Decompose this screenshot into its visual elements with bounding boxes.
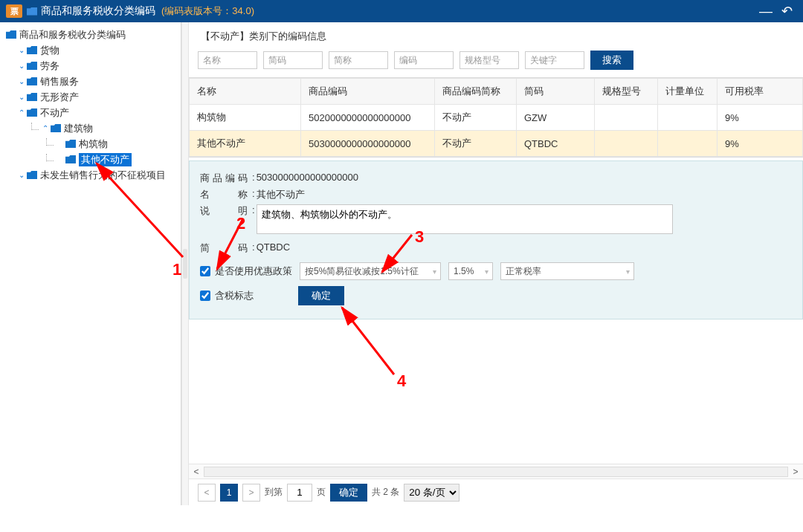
tax-flag-label: 含税标志 [215,289,254,302]
detail-panel: 商品编码: 5030000000000000000 名 称: 其他不动产 说 明… [189,160,803,319]
tree-label-selected: 其他不动产 [79,153,132,166]
rate-note-select[interactable]: 正常税率 [500,262,634,280]
policy-select[interactable]: 按5%简易征收减按1.5%计征 [300,262,441,280]
expand-icon[interactable]: ⌄ [16,62,27,70]
window-title: 商品和服务税收分类编码 [41,4,155,18]
expand-icon[interactable]: ⌄ [16,46,27,54]
expand-icon[interactable]: ⌄ [16,93,27,101]
total-count: 共 2 条 [372,486,399,499]
desc-textarea[interactable]: 建筑物、构筑物以外的不动产。 [257,204,673,234]
scroll-right-icon[interactable]: > [788,467,803,477]
filter-code[interactable] [394,51,454,69]
tree-label: 不动产 [40,106,69,120]
page-prev-button[interactable]: < [198,484,216,502]
goto-page-input[interactable] [287,484,312,502]
filter-name[interactable] [198,51,257,69]
results-table: 名称 商品编码 商品编码简称 简码 规格型号 计量单位 可用税率 构筑物 502… [189,77,803,158]
table-row-selected[interactable]: 其他不动产 5030000000000000000 不动产 QTBDC 9% [190,131,803,157]
tree-label: 销售服务 [40,75,79,88]
checkbox-icon[interactable] [200,266,210,276]
checkbox-icon[interactable] [200,291,210,301]
value-code: 5030000000000000000 [257,172,358,183]
tree-node-structure[interactable]: 构筑物 [3,136,178,152]
goto-label: 到第 [265,486,283,499]
expand-icon[interactable]: ⌄ [16,77,27,85]
back-button[interactable]: ↶ [776,3,797,19]
page-unit: 页 [317,486,326,499]
splitter[interactable] [181,22,189,505]
page-size-select[interactable]: 20 条/页 [404,484,459,502]
tree-label: 无形资产 [40,91,79,104]
tree-label: 未发生销售行为的不征税项目 [40,169,166,182]
expand-icon[interactable]: ⌄ [16,171,27,179]
tree-node-goods[interactable]: ⌄货物 [3,42,178,58]
filter-spec[interactable] [459,51,519,69]
tree-label: 建筑物 [64,122,93,135]
tree-node-realestate[interactable]: ⌃不动产 [3,105,178,120]
version-label: (编码表版本号：34.0) [161,4,254,18]
label-desc: 说 明 [200,204,252,218]
table-header-row: 名称 商品编码 商品编码简称 简码 规格型号 计量单位 可用税率 [190,79,803,105]
filter-bar: 搜索 [189,48,803,77]
category-tree: 商品和服务税收分类编码 ⌄货物 ⌄劳务 ⌄销售服务 ⌄无形资产 ⌃不动产 ⌃建筑… [0,22,181,505]
tree-node-building[interactable]: ⌃建筑物 [3,120,178,136]
col-code[interactable]: 商品编码 [301,79,435,105]
confirm-button[interactable]: 确定 [298,286,344,305]
minimize-button[interactable]: — [755,4,776,19]
col-shortname[interactable]: 商品编码简称 [435,79,517,105]
scroll-left-icon[interactable]: < [189,467,204,477]
page-next-button[interactable]: > [242,484,260,502]
table-row[interactable]: 构筑物 5020000000000000000 不动产 GZW 9% [190,105,803,131]
tree-label: 商品和服务税收分类编码 [19,28,126,42]
col-rate[interactable]: 可用税率 [717,79,803,105]
tree-label: 货物 [40,44,59,57]
goto-confirm-button[interactable]: 确定 [330,484,367,502]
tree-node-sales-service[interactable]: ⌄销售服务 [3,74,178,89]
page-1-button[interactable]: 1 [220,484,238,502]
col-shortcode[interactable]: 简码 [517,79,595,105]
breadcrumb: 【不动产】类别下的编码信息 [189,22,803,48]
pagination-bar: < 1 > 到第 页 确定 共 2 条 20 条/页 [189,479,803,505]
col-unit[interactable]: 计量单位 [658,79,717,105]
tree-root[interactable]: 商品和服务税收分类编码 [3,27,178,42]
folder-icon [27,7,37,16]
collapse-icon[interactable]: ⌃ [16,108,27,117]
use-policy-checkbox[interactable]: 是否使用优惠政策 [200,265,292,278]
tree-node-intangible[interactable]: ⌄无形资产 [3,89,178,105]
tree-node-nosale[interactable]: ⌄未发生销售行为的不征税项目 [3,167,178,183]
use-policy-label: 是否使用优惠政策 [215,265,292,278]
tree-label: 劳务 [40,59,59,73]
tree-node-other-realestate[interactable]: 其他不动产 [3,152,178,167]
app-logo: 票 [6,4,22,18]
filter-shortname[interactable] [329,51,388,69]
label-short: 简 码 [200,241,252,255]
search-button[interactable]: 搜索 [590,51,633,70]
filter-shortcode[interactable] [263,51,323,69]
label-name: 名 称 [200,188,252,201]
value-short: QTBDC [257,241,291,253]
rate-select[interactable]: 1.5% [448,262,493,280]
title-bar: 票 商品和服务税收分类编码 (编码表版本号：34.0) — ↶ [0,0,803,22]
filter-keyword[interactable] [525,51,584,69]
col-spec[interactable]: 规格型号 [595,79,658,105]
tree-label: 构筑物 [79,137,108,151]
value-name: 其他不动产 [257,188,305,201]
horizontal-scrollbar[interactable]: < > [189,464,803,479]
col-name[interactable]: 名称 [190,79,301,105]
tax-flag-checkbox[interactable]: 含税标志 [200,289,254,302]
collapse-icon[interactable]: ⌃ [40,124,51,132]
label-code: 商品编码 [200,172,252,185]
tree-node-labor[interactable]: ⌄劳务 [3,58,178,74]
